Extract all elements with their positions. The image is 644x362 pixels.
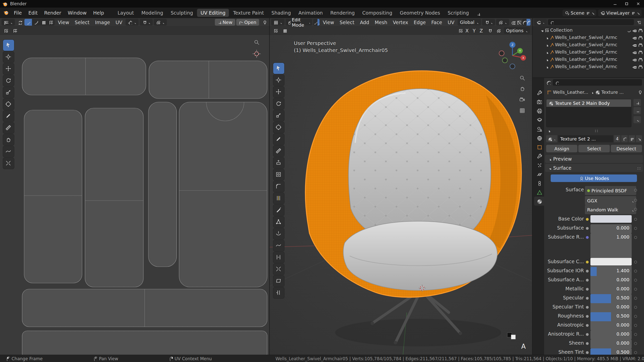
ortho-toggle-button[interactable] bbox=[519, 108, 526, 114]
extrude-tool-button[interactable] bbox=[273, 157, 284, 168]
tweak-tool-button[interactable] bbox=[3, 40, 14, 51]
poly-build-tool-button[interactable] bbox=[273, 216, 284, 228]
image-open-button[interactable]: Open bbox=[236, 19, 259, 26]
specular-tint-slider[interactable]: 0.000 bbox=[590, 303, 632, 312]
unlink-scene-icon[interactable] bbox=[591, 11, 594, 15]
collapse-icon[interactable] bbox=[540, 28, 543, 32]
snap-toggle[interactable] bbox=[486, 27, 493, 34]
tab-modeling[interactable]: Modeling bbox=[138, 9, 167, 17]
expand-icon[interactable] bbox=[545, 43, 548, 47]
tab-scene[interactable] bbox=[534, 124, 544, 133]
camera-visibility-icon[interactable] bbox=[638, 42, 642, 47]
value-socket-icon[interactable] bbox=[586, 227, 589, 230]
tab-rendering[interactable]: Rendering bbox=[327, 9, 358, 17]
use-nodes-button[interactable]: Use Nodes bbox=[551, 174, 637, 182]
proportional-toggle[interactable] bbox=[495, 27, 502, 34]
keyframe-dot-icon[interactable] bbox=[634, 297, 637, 300]
rotate-tool-button[interactable] bbox=[273, 98, 284, 109]
transform-orientation-dropdown[interactable]: Global bbox=[458, 19, 481, 26]
value-socket-icon[interactable] bbox=[586, 297, 589, 300]
transform-tool-button[interactable] bbox=[3, 99, 14, 110]
expand-icon[interactable] bbox=[545, 58, 548, 61]
rip-region-tool-button[interactable] bbox=[273, 287, 284, 298]
surface-panel-header[interactable]: Surface bbox=[545, 164, 643, 172]
tab-sculpting[interactable]: Sculpting bbox=[167, 9, 197, 17]
keyframe-dot-icon[interactable] bbox=[634, 189, 637, 192]
keyframe-dot-icon[interactable] bbox=[634, 324, 637, 327]
eye-icon[interactable] bbox=[632, 42, 637, 47]
outliner-filter-button[interactable] bbox=[635, 19, 642, 26]
deselect-button[interactable]: Deselect bbox=[611, 145, 642, 152]
uv-tool-option-2[interactable] bbox=[11, 27, 19, 34]
tweak-tool-button[interactable] bbox=[273, 63, 284, 74]
keyframe-dot-icon[interactable] bbox=[634, 236, 637, 239]
value-socket-icon[interactable] bbox=[586, 342, 589, 345]
scene-picker[interactable]: Scene bbox=[562, 10, 596, 16]
uv-tool-option-1[interactable] bbox=[2, 27, 10, 34]
spin-tool-button[interactable] bbox=[273, 228, 284, 239]
material-users-badge[interactable]: 4 bbox=[614, 135, 620, 142]
menu-window[interactable]: Window bbox=[64, 8, 90, 18]
relax-tool-button[interactable] bbox=[3, 146, 14, 157]
slot-specials-button[interactable] bbox=[633, 116, 641, 123]
mirror-z-toggle[interactable]: Z bbox=[478, 27, 484, 35]
tool-settings-icon-2[interactable] bbox=[281, 27, 288, 34]
edge-slide-tool-button[interactable] bbox=[273, 252, 284, 263]
menu-file[interactable]: File bbox=[11, 8, 25, 18]
transform-tool-button[interactable] bbox=[273, 122, 284, 133]
select-menu[interactable]: Select bbox=[337, 18, 357, 26]
value-socket-icon[interactable] bbox=[586, 351, 589, 354]
shear-tool-button[interactable] bbox=[273, 276, 284, 287]
pan-view-button[interactable] bbox=[519, 85, 526, 92]
mode-dropdown[interactable]: Edit Mode bbox=[286, 19, 312, 26]
vector-socket-icon[interactable] bbox=[586, 236, 589, 239]
move-tool-button[interactable] bbox=[3, 63, 14, 74]
mesh-menu[interactable]: Mesh bbox=[373, 18, 390, 26]
remove-slot-button[interactable] bbox=[633, 107, 641, 114]
move-tool-button[interactable] bbox=[273, 86, 284, 98]
eye-icon[interactable] bbox=[632, 64, 637, 69]
object-row-2[interactable]: Wells_Leather_Swivel_Armc bbox=[533, 41, 644, 48]
tab-constraints[interactable] bbox=[534, 178, 544, 188]
image-new-button[interactable]: New bbox=[215, 19, 235, 26]
uv-sync-selection-toggle[interactable] bbox=[16, 19, 23, 26]
uv-menu[interactable]: UV bbox=[445, 18, 457, 26]
tab-world[interactable] bbox=[534, 133, 544, 142]
tab-render[interactable] bbox=[534, 97, 544, 106]
keyframe-dot-icon[interactable] bbox=[634, 288, 637, 291]
snap-dropdown[interactable] bbox=[482, 19, 495, 26]
cursor-tool-button[interactable] bbox=[273, 75, 284, 86]
view-menu[interactable]: View bbox=[320, 18, 336, 26]
material-name-field[interactable]: Texture Set 2 ... bbox=[558, 135, 613, 142]
base-color-swatch[interactable] bbox=[590, 215, 632, 223]
material-slot-row[interactable]: Texture Set 2 Main Body bbox=[546, 99, 631, 107]
keyframe-dot-icon[interactable] bbox=[634, 261, 637, 263]
measure-tool-button[interactable] bbox=[3, 122, 14, 133]
keyframe-dot-icon[interactable] bbox=[634, 199, 637, 202]
uv-pin-button[interactable] bbox=[260, 19, 268, 26]
rotate-tool-button[interactable] bbox=[3, 75, 14, 86]
minimize-button[interactable] bbox=[609, 0, 621, 8]
options-dropdown[interactable]: Options bbox=[504, 27, 530, 34]
metallic-slider[interactable]: 0.000 bbox=[590, 285, 632, 294]
value-socket-icon[interactable] bbox=[586, 269, 589, 273]
value-socket-icon[interactable] bbox=[586, 306, 589, 309]
menu-help[interactable]: Help bbox=[90, 8, 107, 18]
show-overlays-toggle[interactable] bbox=[511, 19, 516, 26]
remove-view-layer-icon[interactable] bbox=[636, 11, 639, 15]
add-slot-button[interactable] bbox=[633, 99, 641, 106]
uv-menu-select[interactable]: Select bbox=[72, 18, 92, 26]
add-menu[interactable]: Add bbox=[358, 18, 372, 26]
maximize-button[interactable] bbox=[621, 0, 632, 8]
color-socket-icon[interactable] bbox=[586, 260, 589, 264]
mirror-y-toggle[interactable]: Y bbox=[471, 27, 477, 35]
uv-edge-select-button[interactable] bbox=[32, 19, 39, 26]
vertex-select-mode-button[interactable] bbox=[313, 19, 317, 26]
scale-tool-button[interactable] bbox=[273, 110, 284, 121]
tab-particles[interactable] bbox=[534, 160, 544, 169]
subsurface-slider[interactable]: 0.000 bbox=[590, 224, 632, 233]
navigation-gizmo[interactable]: Z Y X bbox=[496, 39, 529, 72]
camera-view-button[interactable] bbox=[519, 97, 526, 103]
specular-slider[interactable]: 0.500 bbox=[590, 294, 632, 303]
add-workspace-button[interactable] bbox=[473, 10, 484, 16]
